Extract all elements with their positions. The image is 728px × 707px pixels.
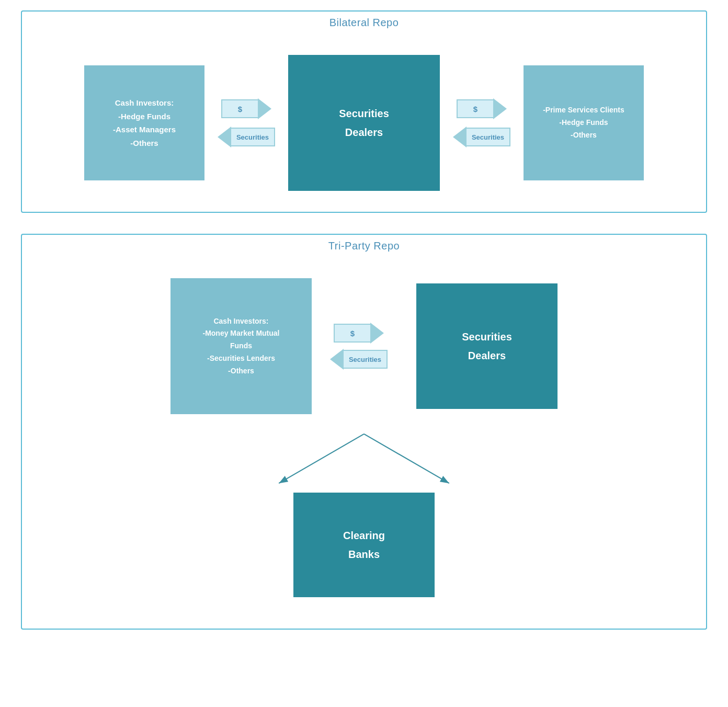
svg-line-1 [279,434,364,483]
triparty-repo-section: Tri-Party Repo Cash Investors: -Money Ma… [21,234,707,630]
triparty-cash-investors-box: Cash Investors: -Money Market Mutual Fun… [170,278,312,414]
bilateral-repo-title: Bilateral Repo [22,12,706,34]
clearing-banks-box: Clearing Banks [293,493,435,597]
bilateral-dollar-arrow-right: $ [221,99,271,118]
bilateral-right-arrows: $ Securities [440,99,524,146]
bilateral-left-arrows: $ Securities [204,99,288,146]
triparty-dealers-box: Securities Dealers [416,283,558,409]
bilateral-diagram: Cash Investors: -Hedge Funds -Asset Mana… [22,34,706,212]
bilateral-securities-arrow-left: Securities [218,128,275,146]
bilateral-repo-section: Bilateral Repo Cash Investors: -Hedge Fu… [21,10,707,213]
bilateral-cash-investors-box: Cash Investors: -Hedge Funds -Asset Mana… [84,65,204,180]
triparty-diagram: Cash Investors: -Money Market Mutual Fun… [22,257,706,629]
triparty-middle-arrows: $ Securities [317,324,401,369]
bilateral-securities-arrow-left2: Securities [453,128,510,146]
triparty-securities-arrow: Securities [330,350,388,369]
bilateral-dollar-arrow-right2: $ [457,99,507,118]
bilateral-right-box: -Prime Services Clients -Hedge Funds -Ot… [524,65,644,180]
triparty-top-row: Cash Investors: -Money Market Mutual Fun… [170,278,558,414]
triparty-connections-svg [207,425,521,493]
triparty-dollar-arrow: $ [334,324,384,343]
bilateral-dealers-box: Securities Dealers [288,55,440,191]
svg-line-2 [364,434,449,483]
triparty-repo-title: Tri-Party Repo [22,235,706,257]
